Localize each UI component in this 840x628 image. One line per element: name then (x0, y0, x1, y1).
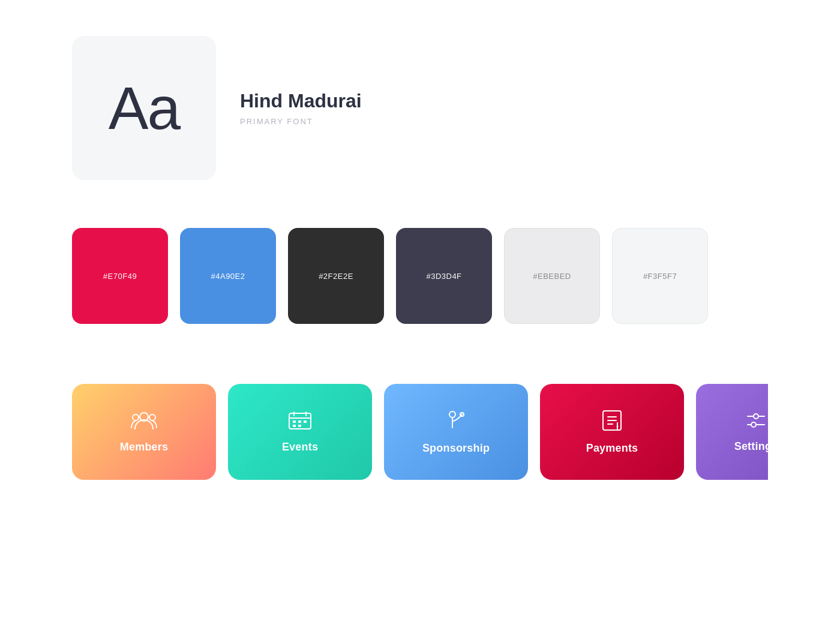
color-swatch-navy: #3D3D4F (396, 228, 492, 324)
color-label: #2F2E2E (319, 272, 353, 281)
svg-rect-9 (304, 420, 307, 423)
svg-rect-11 (298, 425, 301, 427)
nav-card-events-label: Events (282, 441, 318, 453)
nav-card-settings-label: Settings (734, 440, 768, 453)
font-name: Hind Madurai (240, 90, 362, 112)
font-card: Aa (72, 36, 216, 180)
nav-section: Members Events (72, 384, 768, 480)
font-info: Hind Madurai PRIMARY FONT (240, 90, 362, 126)
color-palette: #E70F49 #4A90E2 #2F2E2E #3D3D4F #EBEBED … (72, 228, 768, 324)
font-section: Aa Hind Madurai PRIMARY FONT (72, 36, 768, 180)
settings-icon (745, 411, 767, 432)
nav-card-sponsorship[interactable]: Sponsorship (384, 384, 528, 480)
color-label: #4A90E2 (211, 272, 245, 281)
nav-card-payments-label: Payments (586, 442, 638, 455)
color-swatch-light-gray: #EBEBED (504, 228, 600, 324)
events-icon (288, 411, 312, 432)
nav-card-settings[interactable]: Settings (696, 384, 768, 480)
color-label: #F3F5F7 (643, 272, 677, 281)
sponsorship-icon (445, 410, 467, 434)
payments-icon (602, 410, 622, 434)
color-swatch-red: #E70F49 (72, 228, 168, 324)
color-label: #EBEBED (533, 272, 571, 281)
members-icon (131, 411, 157, 432)
color-swatch-blue: #4A90E2 (180, 228, 276, 324)
nav-card-payments[interactable]: Payments (540, 384, 684, 480)
svg-point-25 (751, 422, 756, 427)
font-label: PRIMARY FONT (240, 117, 362, 126)
color-label: #E70F49 (103, 272, 137, 281)
color-label: #3D3D4F (426, 272, 461, 281)
svg-point-22 (754, 414, 758, 419)
nav-card-sponsorship-label: Sponsorship (422, 442, 490, 455)
nav-card-members-label: Members (120, 441, 168, 453)
svg-point-2 (149, 414, 155, 420)
svg-rect-10 (293, 425, 296, 427)
color-swatch-off-white: #F3F5F7 (612, 228, 708, 324)
nav-card-members[interactable]: Members (72, 384, 216, 480)
font-sample: Aa (109, 78, 179, 138)
svg-point-1 (133, 414, 139, 420)
svg-rect-7 (293, 420, 296, 423)
svg-point-12 (449, 411, 455, 417)
color-swatch-dark: #2F2E2E (288, 228, 384, 324)
svg-rect-8 (298, 420, 301, 423)
nav-card-events[interactable]: Events (228, 384, 372, 480)
